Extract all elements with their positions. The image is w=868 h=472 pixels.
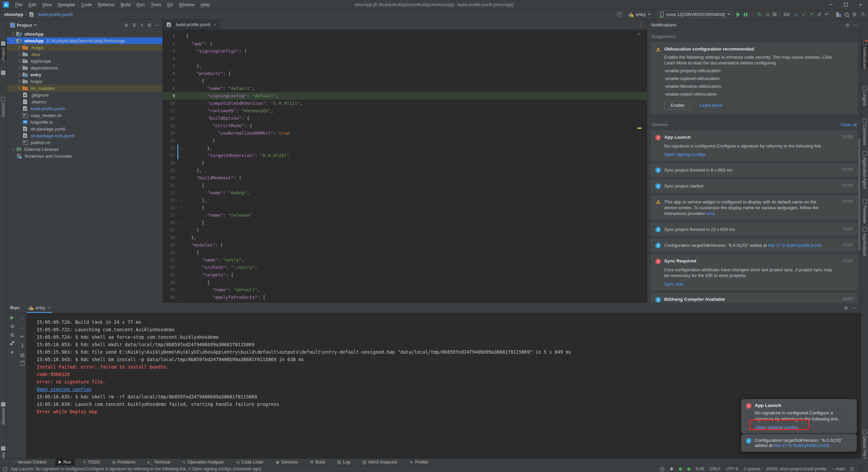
clear-all-link[interactable]: Clear all <box>841 122 857 127</box>
restore-layout-icon[interactable] <box>10 341 14 345</box>
settings-gear-icon[interactable]: ⚙ <box>852 12 857 17</box>
toolwindow-todo[interactable]: ≡TODO <box>80 459 103 466</box>
fold-open-icon[interactable]: ▾ <box>179 279 184 286</box>
code-line-36[interactable]: 36▾ "applyToProducts": [ <box>163 294 647 301</box>
fold-close-icon[interactable]: ▴ <box>179 234 184 241</box>
fold-open-icon[interactable]: ▾ <box>179 249 184 256</box>
code-line-9[interactable]: 9 "signingConfig": "default", <box>163 92 647 100</box>
tree-chevron-icon[interactable] <box>17 59 21 63</box>
code-line-26[interactable]: 26▴ } <box>163 219 647 227</box>
code-line-2[interactable]: 2▾ "app": { <box>163 40 647 47</box>
panel-settings-gear-icon[interactable]: ⚙ <box>845 22 849 28</box>
fold-open-icon[interactable]: ▾ <box>179 271 184 279</box>
console-link[interactable]: Open signing configs <box>37 386 861 393</box>
fold-close-icon[interactable]: ▴ <box>179 137 184 144</box>
up-stack-trace-icon[interactable]: ↑ <box>21 316 24 320</box>
pin-tab-icon[interactable]: ➤ <box>10 350 14 354</box>
code-line-14[interactable]: 14 "useNormalizedOHMUrl": true <box>163 130 647 137</box>
notification-popup-2[interactable]: iConfiguration targetSdkVersion: "6.0.0(… <box>741 434 857 452</box>
inline-link[interactable]: line 17 in build-profile.json5 <box>774 443 829 448</box>
stop-button[interactable] <box>773 13 776 16</box>
stripe-project[interactable]: Project <box>0 41 6 60</box>
toolwindow-services[interactable]: ◉Services <box>272 459 301 466</box>
toolwindow-version-control[interactable]: ⑂Version Control <box>9 459 50 466</box>
menu-build[interactable]: Build <box>118 0 134 9</box>
code-editor[interactable]: ✓ 1▾{2▾ "app": {3▾ "signingConfigs": [45… <box>163 30 647 303</box>
code-line-8[interactable]: 8 "name": "default", <box>163 85 647 92</box>
menu-file[interactable]: File <box>12 0 25 9</box>
tree-item-build-profile-json5[interactable]: {}build-profile.json5 <box>7 105 162 112</box>
card-link[interactable]: Sync now <box>664 281 853 287</box>
tree-chevron-icon[interactable] <box>11 32 15 36</box>
code-line-25[interactable]: 25 "name": "release" <box>163 212 647 219</box>
panel-settings-gear-icon[interactable]: ⚙ <box>147 22 152 28</box>
tree-item-ohosapp[interactable]: ohosApp <box>7 31 162 37</box>
account-icon[interactable] <box>860 12 865 17</box>
card-link[interactable]: Open signing configs <box>664 152 853 157</box>
toolwindow-log[interactable]: ▤Log <box>334 459 353 466</box>
minimize-button[interactable] <box>823 0 838 9</box>
fold-open-icon[interactable]: ▾ <box>179 115 184 122</box>
code-line-13[interactable]: 13▾ "strictMode": { <box>163 122 647 130</box>
tree-item-oh-modules[interactable]: oh_modules <box>7 85 162 92</box>
tree-chevron-icon[interactable] <box>17 86 21 90</box>
clear-console-icon[interactable] <box>21 362 24 366</box>
down-stack-trace-icon[interactable]: ↓ <box>21 325 24 330</box>
expand-all-icon[interactable]: ⇅ <box>133 22 137 28</box>
tree-item-dependencies[interactable]: dependencies <box>7 64 162 71</box>
indent-setting[interactable]: 2 spaces <box>744 467 761 471</box>
tree-chevron-icon[interactable] <box>17 46 21 49</box>
code-line-15[interactable]: 15▴ } <box>163 137 647 144</box>
code-line-17[interactable]: 17 "targetSdkVersion": "6.0.0(20)" <box>163 152 647 159</box>
toolwindow-operation-analyzer[interactable]: ∿Operation Analyzer <box>179 459 227 466</box>
run-console[interactable]: 15:05:09.720: Build task in 24 s 77 ms15… <box>26 313 861 458</box>
code-line-23[interactable]: 23▴ }, <box>163 197 647 204</box>
fold-open-icon[interactable]: ▾ <box>179 204 184 212</box>
search-icon[interactable] <box>844 12 849 17</box>
notification-popup-1[interactable]: !App LaunchNo signature is configured.Co… <box>741 399 857 434</box>
menu-tools[interactable]: Tools <box>148 0 164 9</box>
maximize-button[interactable] <box>838 0 853 9</box>
notifications-bell-icon[interactable]: ! <box>859 467 863 471</box>
toolwindow-profiler[interactable]: ➤Profiler <box>406 459 432 466</box>
tree-chevron-icon[interactable] <box>17 66 21 70</box>
lingma-status-icon[interactable] <box>670 467 673 471</box>
breadcrumb-project[interactable]: ohosApp <box>4 12 23 17</box>
menu-edit[interactable]: Edit <box>25 0 39 9</box>
close-button[interactable]: × <box>853 0 868 9</box>
tree-chevron-icon[interactable] <box>17 53 21 56</box>
file-type[interactable]: JSON: ohos-project-build-profile <box>766 467 826 471</box>
tree-item-ohosapp[interactable]: ohosAppE:\Kuikly\KuiklyDemo\KuiklyUI\oho… <box>7 37 162 44</box>
tree-item-publish-sh[interactable]: publish.sh <box>7 139 162 146</box>
git-branch-name[interactable]: main <box>836 467 845 471</box>
code-line-30[interactable]: 30▾ { <box>163 249 647 256</box>
debug-button[interactable] <box>744 13 748 17</box>
enable-button[interactable]: Enable <box>664 101 691 110</box>
tree-item--gitignore[interactable]: ⊘.gitignore <box>7 92 162 98</box>
fold-close-icon[interactable]: ▴ <box>179 144 184 152</box>
rerun-button[interactable] <box>11 316 14 320</box>
close-tab-icon[interactable]: × <box>214 22 216 27</box>
stripe-commit[interactable]: Commit <box>0 97 6 117</box>
stripe-codegenie[interactable]: CodeGenie <box>861 119 868 145</box>
tree-item-hvigorfile-ts[interactable]: hvigorfile.ts <box>7 119 162 125</box>
learn-more-link[interactable]: Learn More <box>699 103 722 108</box>
tree-item-scratches-and-consoles[interactable]: Scratches and Consoles <box>7 153 162 159</box>
code-line-7[interactable]: 7▾ { <box>163 77 647 85</box>
tree-chevron-icon[interactable] <box>11 148 15 151</box>
tree-item-hvigor[interactable]: hvigor <box>7 78 162 85</box>
code-line-3[interactable]: 3▾ "signingConfigs": [ <box>163 47 647 55</box>
code-line-22[interactable]: 22 "name": "debug", <box>163 189 647 197</box>
code-line-10[interactable]: 10 "compatibleSdkVersion": "5.0.0(12)", <box>163 100 647 107</box>
project-panel-title[interactable]: Project <box>10 23 37 28</box>
code-line-33[interactable]: 33▾ "targets": [ <box>163 271 647 279</box>
locate-file-icon[interactable]: ⊕ <box>124 22 129 28</box>
menu-help[interactable]: Help <box>198 0 213 9</box>
fold-close-icon[interactable]: ▴ <box>179 197 184 204</box>
code-line-5[interactable]: 5▴ ], <box>163 62 647 70</box>
code-line-32[interactable]: 32 "srcPath": "./entry", <box>163 264 647 271</box>
run-button[interactable] <box>736 12 740 17</box>
fold-open-icon[interactable]: ▾ <box>179 77 184 85</box>
tree-item-external-libraries[interactable]: External Libraries <box>7 146 162 153</box>
menu-window[interactable]: Window <box>176 0 198 9</box>
